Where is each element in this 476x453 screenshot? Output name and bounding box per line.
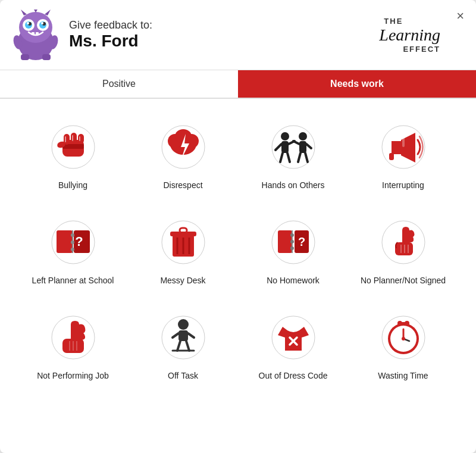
- out-of-dress-code-label: Out of Dress Code: [259, 370, 328, 381]
- svg-marker-14: [45, 10, 51, 15]
- out-of-dress-code-icon: [267, 311, 320, 364]
- svg-point-58: [71, 233, 74, 237]
- wasting-time-label: Wasting Time: [378, 370, 428, 381]
- bullying-icon: [46, 120, 100, 174]
- grid-item-messy-desk[interactable]: Messy Desk: [128, 206, 238, 295]
- svg-point-59: [71, 240, 74, 244]
- svg-rect-43: [299, 141, 306, 153]
- header: Give feedback to: Ms. Ford THE Learning …: [0, 0, 476, 70]
- svg-point-87: [178, 319, 189, 330]
- grid-item-disrespect[interactable]: Disrespect: [128, 111, 238, 200]
- grid-item-interrupting[interactable]: Interrupting: [348, 111, 458, 200]
- svg-rect-23: [71, 133, 77, 143]
- svg-point-8: [27, 22, 29, 24]
- svg-point-60: [71, 248, 74, 251]
- tab-bar: Positive Needs work: [0, 70, 476, 99]
- interrupting-icon: [377, 120, 430, 174]
- off-task-icon: [156, 311, 210, 364]
- svg-rect-16: [42, 54, 51, 60]
- svg-point-36: [281, 132, 289, 140]
- left-planner-icon: ?: [46, 215, 100, 269]
- grid-item-hands-on-others[interactable]: Hands on Others: [238, 111, 348, 200]
- no-homework-icon: ?: [267, 215, 320, 269]
- svg-point-73: [290, 233, 294, 237]
- logo-effect: EFFECT: [379, 45, 440, 54]
- svg-point-9: [41, 22, 43, 24]
- svg-rect-26: [65, 136, 66, 142]
- svg-point-75: [290, 246, 294, 250]
- grid-item-no-planner[interactable]: No Planner/Not Signed: [348, 206, 458, 295]
- monster-avatar: [12, 10, 60, 60]
- messy-desk-icon: [156, 215, 210, 269]
- grid-item-left-planner[interactable]: ? Left Planner at School: [18, 206, 128, 295]
- teacher-name: Ms. Ford: [69, 32, 379, 51]
- no-planner-icon: [377, 215, 430, 269]
- bullying-label: Bullying: [58, 180, 87, 190]
- svg-rect-11: [36, 32, 39, 35]
- disrespect-icon: [156, 120, 210, 174]
- hands-on-others-icon: [267, 120, 320, 174]
- svg-marker-49: [392, 141, 401, 154]
- header-text: Give feedback to: Ms. Ford: [69, 19, 379, 51]
- logo-learning: Learning: [379, 26, 440, 45]
- wasting-time-icon: [377, 311, 430, 364]
- grid-item-bullying[interactable]: Bullying: [18, 111, 128, 200]
- svg-rect-88: [178, 330, 188, 341]
- svg-rect-52: [402, 135, 405, 147]
- svg-point-42: [299, 132, 307, 140]
- svg-rect-28: [79, 136, 80, 141]
- svg-rect-21: [62, 144, 84, 149]
- tab-needs-work[interactable]: Needs work: [238, 70, 476, 98]
- svg-rect-37: [281, 141, 289, 153]
- grid-item-off-task[interactable]: Off Task: [128, 301, 238, 390]
- logo: THE Learning EFFECT: [379, 17, 440, 54]
- svg-text:?: ?: [75, 234, 83, 249]
- interrupting-label: Interrupting: [382, 180, 424, 190]
- grid-item-out-of-dress-code[interactable]: Out of Dress Code: [238, 301, 348, 390]
- left-planner-label: Left Planner at School: [32, 275, 114, 286]
- svg-text:?: ?: [298, 235, 305, 248]
- svg-rect-10: [32, 32, 35, 35]
- modal-container: Give feedback to: Ms. Ford THE Learning …: [0, 0, 476, 453]
- svg-rect-69: [278, 230, 292, 253]
- give-feedback-label: Give feedback to:: [69, 19, 379, 32]
- off-task-label: Off Task: [168, 370, 198, 381]
- not-performing-icon: [46, 311, 100, 364]
- grid-item-not-performing[interactable]: Not Performing Job: [18, 301, 128, 390]
- svg-rect-24: [78, 134, 84, 143]
- svg-rect-15: [21, 54, 29, 60]
- no-homework-label: No Homework: [267, 275, 320, 286]
- hands-on-others-label: Hands on Others: [262, 180, 325, 190]
- svg-point-104: [397, 321, 402, 326]
- svg-point-103: [402, 337, 405, 340]
- grid-item-no-homework[interactable]: ? No Homework: [238, 206, 348, 295]
- svg-point-105: [405, 321, 409, 326]
- disrespect-label: Disrespect: [163, 180, 202, 190]
- logo-the: THE: [384, 17, 440, 26]
- grid-item-wasting-time[interactable]: Wasting Time: [348, 301, 458, 390]
- svg-point-74: [290, 240, 294, 243]
- svg-marker-12: [21, 10, 27, 15]
- not-performing-label: Not Performing Job: [37, 370, 109, 381]
- messy-desk-label: Messy Desk: [160, 275, 205, 286]
- svg-rect-51: [389, 153, 394, 160]
- no-planner-label: No Planner/Not Signed: [361, 275, 446, 286]
- close-button[interactable]: ×: [456, 10, 464, 23]
- tab-positive[interactable]: Positive: [0, 70, 238, 98]
- feedback-grid: Bullying Disrespect: [0, 99, 476, 403]
- svg-rect-54: [57, 230, 73, 253]
- svg-rect-27: [72, 135, 73, 141]
